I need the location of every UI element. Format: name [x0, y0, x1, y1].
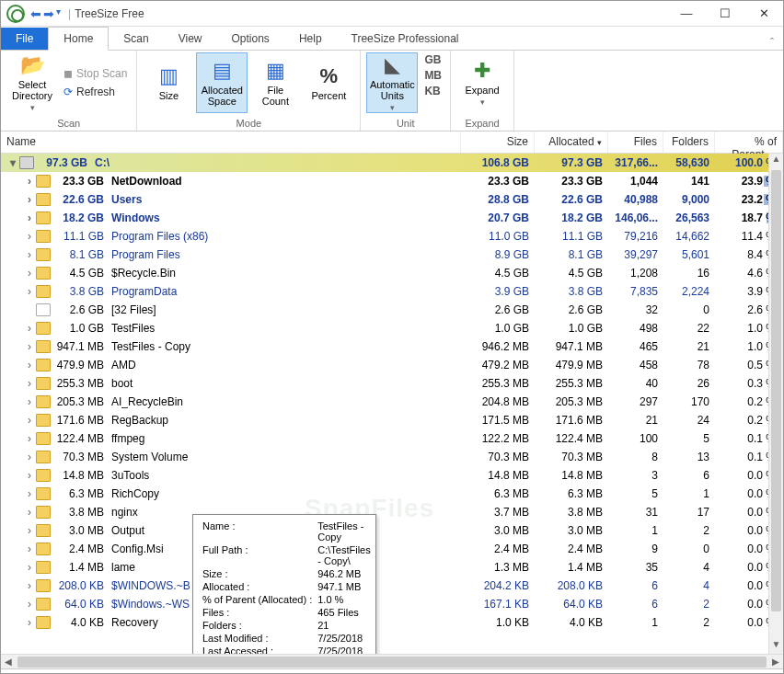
- expand-toggle-icon[interactable]: ▾: [6, 156, 19, 169]
- tree-row[interactable]: ›18.2 GBWindows20.7 GB18.2 GB146,06...26…: [1, 209, 783, 227]
- tree-row[interactable]: ›4.0 KBRecovery1.0 KB4.0 KB120.0 %: [1, 613, 783, 632]
- row-name: Windows: [110, 211, 461, 224]
- minimize-button[interactable]: —: [667, 1, 706, 27]
- expand-toggle-icon[interactable]: ›: [23, 451, 36, 463]
- tree-row[interactable]: ›3.8 GBProgramData3.9 GB3.8 GB7,8352,224…: [1, 282, 783, 301]
- tree-row[interactable]: ›70.3 MBSystem Volume70.3 MB70.3 MB8130.…: [1, 448, 783, 466]
- tree-row[interactable]: ›3.8 MBnginx3.7 MB3.8 MB31170.0 %: [1, 503, 783, 521]
- row-size-left: 22.6 GB: [54, 193, 110, 206]
- expand-toggle-icon[interactable]: ›: [23, 175, 36, 188]
- tree-row[interactable]: ›6.3 MBRichCopy6.3 MB6.3 MB510.0 %: [1, 485, 783, 503]
- mode-percent-button[interactable]: %Percent: [303, 52, 354, 113]
- expand-toggle-icon[interactable]: ›: [23, 616, 36, 629]
- tree-row[interactable]: ›947.1 MBTestFiles - Copy946.2 MB947.1 M…: [1, 337, 783, 356]
- row-files: 7,835: [608, 285, 663, 298]
- refresh-button[interactable]: ⟳Refresh: [60, 84, 131, 100]
- mode-size-button[interactable]: ▥Size: [143, 52, 194, 113]
- expand-button[interactable]: ✚Expand▾: [456, 52, 508, 113]
- scroll-right-icon[interactable]: ▶: [768, 657, 783, 667]
- unit-gb[interactable]: GB: [421, 52, 444, 67]
- tab-scan[interactable]: Scan: [109, 28, 163, 50]
- tab-help[interactable]: Help: [284, 28, 337, 50]
- nav-dropdown-icon[interactable]: ▾: [56, 6, 61, 21]
- tree-row[interactable]: ›1.4 MBlame1.3 MB1.4 MB3540.0 %: [1, 558, 783, 577]
- col-name[interactable]: Name: [1, 131, 461, 153]
- expand-toggle-icon[interactable]: ›: [23, 322, 36, 335]
- expand-toggle-icon[interactable]: ›: [23, 487, 36, 500]
- stop-scan-button[interactable]: ◼Stop Scan: [60, 65, 131, 82]
- close-button[interactable]: ✕: [744, 1, 783, 27]
- tree-row[interactable]: ›4.5 GB$Recycle.Bin4.5 GB4.5 GB1,208164.…: [1, 264, 783, 282]
- tab-home[interactable]: Home: [48, 27, 109, 51]
- row-size: 28.8 GB: [461, 193, 535, 206]
- expand-toggle-icon[interactable]: ›: [23, 285, 36, 298]
- tree-row[interactable]: ▾97.3 GBC:\106.8 GB97.3 GB317,66...58,63…: [1, 154, 783, 172]
- expand-toggle-icon[interactable]: ›: [23, 359, 36, 371]
- expand-toggle-icon[interactable]: ›: [23, 543, 36, 555]
- expand-toggle-icon[interactable]: ›: [23, 561, 36, 574]
- col-allocated[interactable]: Allocated ▾: [535, 131, 608, 153]
- ribbon-collapse-icon[interactable]: ˆ: [770, 37, 774, 50]
- expand-toggle-icon[interactable]: ›: [23, 395, 36, 408]
- row-name: ffmpeg: [110, 432, 461, 445]
- unit-mb[interactable]: MB: [421, 68, 444, 83]
- tree-row[interactable]: ›479.9 MBAMD479.2 MB479.9 MB458780.5 %: [1, 356, 783, 374]
- select-directory-button[interactable]: 📂 Select Directory ▾: [6, 52, 58, 113]
- expand-toggle-icon[interactable]: ›: [23, 598, 36, 611]
- expand-toggle-icon[interactable]: ›: [23, 377, 36, 390]
- mode-allocated-button[interactable]: ▤Allocated Space: [196, 52, 248, 113]
- tree-row[interactable]: ›11.1 GBProgram Files (x86)11.0 GB11.1 G…: [1, 227, 783, 246]
- tree-row[interactable]: ›8.1 GBProgram Files8.9 GB8.1 GB39,2975,…: [1, 246, 783, 264]
- col-percent[interactable]: % of Parent ...: [715, 131, 783, 153]
- col-size[interactable]: Size: [461, 131, 535, 153]
- tree-row[interactable]: ›23.3 GBNetDownload23.3 GB23.3 GB1,04414…: [1, 172, 783, 190]
- folder-icon: [36, 598, 51, 611]
- expand-toggle-icon[interactable]: ›: [23, 506, 36, 519]
- tree-row[interactable]: ›2.4 MBConfig.Msi2.4 MB2.4 MB900.0 %: [1, 540, 783, 558]
- tree-row[interactable]: ›205.3 MBAI_RecycleBin204.8 MB205.3 MB29…: [1, 393, 783, 411]
- scroll-thumb[interactable]: [771, 170, 781, 611]
- nav-back-icon[interactable]: ⬅: [30, 6, 41, 21]
- tree-row[interactable]: ›1.0 GBTestFiles1.0 GB1.0 GB498221.0 %: [1, 319, 783, 337]
- horizontal-scrollbar[interactable]: ◀ ▶: [1, 654, 783, 668]
- tab-options[interactable]: Options: [217, 28, 284, 50]
- expand-toggle-icon[interactable]: ›: [23, 414, 36, 427]
- tree-row[interactable]: ›14.8 MB3uTools14.8 MB14.8 MB360.0 %: [1, 466, 783, 485]
- tree-row[interactable]: ›122.4 MBffmpeg122.2 MB122.4 MB10050.1 %: [1, 429, 783, 448]
- expand-toggle-icon[interactable]: ›: [23, 267, 36, 280]
- maximize-button[interactable]: ☐: [706, 1, 744, 27]
- col-files[interactable]: Files: [608, 131, 663, 153]
- expand-toggle-icon[interactable]: ›: [23, 211, 36, 224]
- vertical-scrollbar[interactable]: ▲ ▼: [768, 154, 783, 654]
- col-folders[interactable]: Folders: [663, 131, 715, 153]
- tree-row[interactable]: ›64.0 KB$Windows.~WS167.1 KB64.0 KB620.0…: [1, 595, 783, 613]
- unit-kb[interactable]: KB: [421, 84, 444, 98]
- tab-pro[interactable]: TreeSize Professional: [337, 28, 474, 50]
- tooltip-key: Name :: [201, 520, 314, 543]
- expand-toggle-icon[interactable]: ›: [23, 248, 36, 261]
- mode-filecount-button[interactable]: ▦File Count: [249, 52, 301, 113]
- scroll-left-icon[interactable]: ◀: [1, 657, 16, 667]
- tab-file[interactable]: File: [1, 28, 48, 50]
- tree-row[interactable]: ›3.0 MBOutput3.0 MB3.0 MB120.0 %: [1, 521, 783, 540]
- expand-toggle-icon[interactable]: ›: [23, 193, 36, 206]
- tree-row[interactable]: 2.6 GB[32 Files]2.6 GB2.6 GB3202.6 %: [1, 301, 783, 319]
- nav-fwd-icon[interactable]: ➡: [43, 6, 54, 21]
- row-allocated: 2.6 GB: [535, 303, 608, 316]
- scroll-up-icon[interactable]: ▲: [769, 154, 783, 168]
- tree-row[interactable]: ›22.6 GBUsers28.8 GB22.6 GB40,9889,00023…: [1, 190, 783, 209]
- tree-row[interactable]: ›208.0 KB$WINDOWS.~B204.2 KB208.0 KB640.…: [1, 577, 783, 595]
- row-size-left: 3.0 MB: [54, 524, 110, 537]
- tree-row[interactable]: ›171.6 MBRegBackup171.5 MB171.6 MB21240.…: [1, 411, 783, 429]
- expand-toggle-icon[interactable]: ›: [23, 469, 36, 482]
- expand-toggle-icon[interactable]: ›: [23, 230, 36, 243]
- tree-row[interactable]: ›255.3 MBboot255.3 MB255.3 MB40260.3 %: [1, 374, 783, 393]
- expand-toggle-icon[interactable]: ›: [23, 432, 36, 445]
- scroll-down-icon[interactable]: ▼: [769, 639, 783, 654]
- unit-auto-button[interactable]: ◣Automatic Units▾: [366, 52, 418, 113]
- expand-toggle-icon[interactable]: ›: [23, 524, 36, 537]
- hscroll-thumb[interactable]: [17, 657, 767, 668]
- expand-toggle-icon[interactable]: ›: [23, 579, 36, 592]
- expand-toggle-icon[interactable]: ›: [23, 340, 36, 353]
- tab-view[interactable]: View: [164, 28, 217, 50]
